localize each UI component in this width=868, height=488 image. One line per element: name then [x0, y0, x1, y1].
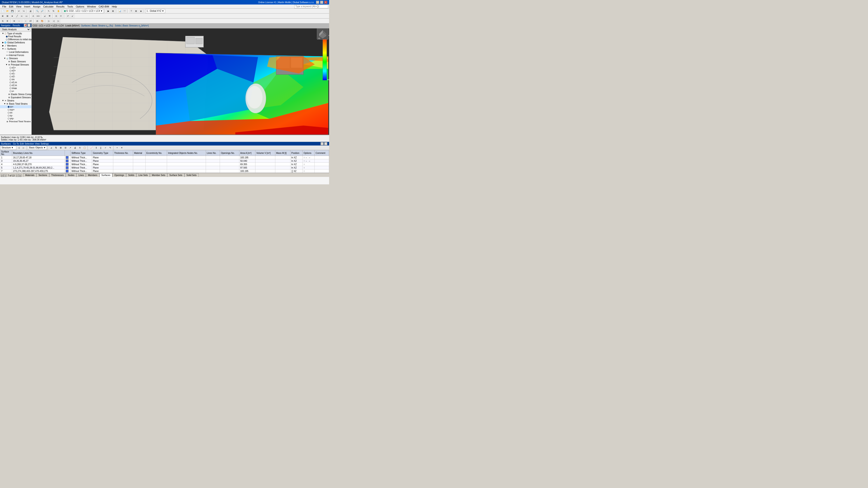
export-btn[interactable]: ↗: [66, 14, 70, 18]
tab-surface-sets[interactable]: Surface Sets: [167, 173, 184, 177]
contour-btn[interactable]: ≋: [12, 19, 17, 23]
filter-btn[interactable]: ⊿: [42, 14, 47, 18]
nav-surfaces[interactable]: ▼ ▭ Surfaces: [0, 47, 31, 51]
tab-solid-sets[interactable]: Solid Sets: [184, 173, 199, 177]
save-btn[interactable]: 💾: [10, 9, 14, 13]
table-collapse-btn[interactable]: ⊟: [63, 145, 68, 150]
member-btn[interactable]: ═: [20, 14, 24, 18]
nav-principal-total[interactable]: ⊞Principal Total Strains: [0, 120, 31, 122]
nav-taumax2[interactable]: τmax: [0, 87, 31, 90]
view-top[interactable]: ⊤: [129, 9, 133, 13]
node-btn[interactable]: ●: [10, 14, 14, 18]
import-btn[interactable]: ↙: [70, 14, 75, 18]
table-basic-objects-dropdown[interactable]: Basic Objects▼: [28, 146, 47, 150]
scale-btn[interactable]: ⚖: [35, 19, 39, 23]
visibility-btn[interactable]: 👁: [47, 14, 52, 18]
menu-tools[interactable]: Tools: [66, 4, 74, 8]
tab-thicknesses[interactable]: Thicknesses: [49, 173, 66, 177]
vector-btn[interactable]: →: [17, 19, 21, 23]
nav-basic-stresses[interactable]: ⊞ Basic Stresses: [0, 60, 31, 63]
colormap-btn[interactable]: 🎨: [40, 19, 44, 23]
menu-options[interactable]: Options: [74, 4, 86, 8]
menu-assign[interactable]: Assign: [32, 4, 42, 8]
results-btn[interactable]: 📊: [118, 9, 122, 13]
pan-btn[interactable]: ✋: [56, 9, 61, 13]
nav-tau-m[interactable]: τm: [0, 78, 31, 81]
first-page-btn[interactable]: |◁: [1, 174, 4, 177]
table-sort-btn[interactable]: ⇅: [54, 145, 58, 150]
table-close-btn[interactable]: ✕: [324, 142, 327, 145]
nav-diff-initial[interactable]: Differences to initial state: [0, 38, 31, 41]
nav-ex-plus[interactable]: εx+: [0, 105, 31, 108]
nav-type-results[interactable]: ▼ 📋 Type of results: [0, 32, 31, 35]
nav-pin-btn[interactable]: 📌: [24, 24, 27, 27]
nav-final-results[interactable]: Final Results: [0, 35, 31, 38]
render-btn[interactable]: ▶: [106, 9, 111, 13]
tab-surfaces[interactable]: Surfaces: [99, 173, 112, 177]
dimension-btn[interactable]: ⟺: [36, 14, 40, 18]
table-menu-edit[interactable]: Edit: [20, 142, 24, 145]
next-page-btn[interactable]: ▷: [16, 174, 19, 177]
close-button[interactable]: ✕: [324, 1, 327, 4]
table-info-btn[interactable]: ℹ: [94, 145, 98, 150]
grid-btn[interactable]: ⊞: [5, 14, 10, 18]
nav-equiv-stresses[interactable]: ⊞Equivalent Stresses: [0, 96, 31, 99]
table-calc-btn[interactable]: ∑: [98, 145, 103, 150]
tab-member-sets[interactable]: Member Sets: [150, 173, 167, 177]
tab-lines[interactable]: Lines: [76, 173, 86, 177]
tab-solids[interactable]: Solids: [126, 173, 136, 177]
play-btn[interactable]: ▷: [46, 19, 51, 23]
annotate-btn[interactable]: A: [31, 14, 35, 18]
nav-sigma2m[interactable]: σ2.m: [0, 84, 31, 87]
nav-vplus[interactable]: v+: [0, 90, 31, 93]
menu-window[interactable]: Window: [86, 4, 97, 8]
nav-sigma2minus[interactable]: σ2-: [0, 75, 31, 78]
deformation-btn[interactable]: 〰: [122, 9, 127, 13]
nav-eyy-plus[interactable]: εyy+: [0, 108, 31, 111]
table-menu-goto[interactable]: Go To: [13, 142, 19, 145]
menu-cad-bim[interactable]: CAD-BIM: [97, 4, 110, 8]
nav-sigma1m[interactable]: σ1.m: [0, 81, 31, 84]
nav-sigma1plus[interactable]: σ1+: [0, 66, 31, 69]
table-row[interactable]: 319-26,36-45,27Without Thick...Plane50.0…: [0, 159, 329, 163]
table-menu-selection[interactable]: Selection: [25, 142, 34, 145]
menu-view[interactable]: View: [15, 4, 23, 8]
table-delete-btn[interactable]: ✕: [120, 145, 124, 150]
tab-openings[interactable]: Openings: [112, 173, 126, 177]
redo-btn[interactable]: ↪: [22, 9, 26, 13]
rotate-btn[interactable]: ↻: [51, 9, 56, 13]
line-btn[interactable]: ╱: [15, 14, 19, 18]
nav-ex-minus[interactable]: εx-: [0, 111, 31, 114]
analysis-type-select[interactable]: Static Analysis: [1, 28, 31, 31]
nav-sigma1minus[interactable]: σ1-: [0, 72, 31, 75]
table-print-btn[interactable]: 🖨: [73, 145, 77, 150]
table-graph-btn[interactable]: 📈: [89, 145, 94, 150]
nav-ey-minus[interactable]: εy-: [0, 114, 31, 117]
section-btn[interactable]: ✂: [59, 14, 63, 18]
nav-strains[interactable]: ▼ ≋ Strains: [0, 99, 31, 102]
table-edit2-btn[interactable]: ✎: [108, 145, 113, 150]
table-minimize-btn[interactable]: ─: [320, 142, 324, 145]
surface-btn[interactable]: ▭: [24, 14, 29, 18]
nav-internal-forces[interactable]: ⟺ Internal Forces: [0, 54, 31, 57]
nav-local-deformations[interactable]: 〰 Local Deformations: [0, 51, 31, 54]
table-row[interactable]: 7273,274,388,403-397,470-459,275Without …: [0, 169, 329, 173]
nav-global-def[interactable]: ▶ 🌐 Global Definitions: [0, 41, 31, 44]
open-btn[interactable]: 📂: [5, 9, 10, 13]
nav-basic-total-strains[interactable]: ▼ ⊞ Basic Total Strains: [0, 102, 31, 105]
table-copy-btn[interactable]: ⎘: [78, 145, 82, 150]
menu-results[interactable]: Results: [55, 4, 66, 8]
select-btn[interactable]: ↖: [46, 9, 51, 13]
table-add-btn[interactable]: +: [115, 145, 119, 150]
undo-btn[interactable]: ↩: [17, 9, 21, 13]
table-row[interactable]: 51,2,4,271,70-65,28-31,66,69,262,263,2..…: [0, 166, 329, 169]
nav-stresses[interactable]: ▼ 📊 Stresses: [0, 57, 31, 60]
menu-help[interactable]: Help: [111, 4, 119, 8]
view-front[interactable]: ⊞: [134, 9, 138, 13]
table-prev-btn[interactable]: ◁: [17, 145, 21, 150]
last-page-btn[interactable]: ▷|: [19, 174, 22, 177]
menu-calculate[interactable]: Calculate: [42, 4, 55, 8]
viewport[interactable]: CO2 - LC1 + LC2 + LC3 + LC4 Loads [kN/m²…: [32, 24, 329, 135]
zoom-out-btn[interactable]: 🔎: [40, 9, 44, 13]
nav-principal-stresses[interactable]: ▼ ⊞ Principal Stresses: [0, 63, 31, 66]
